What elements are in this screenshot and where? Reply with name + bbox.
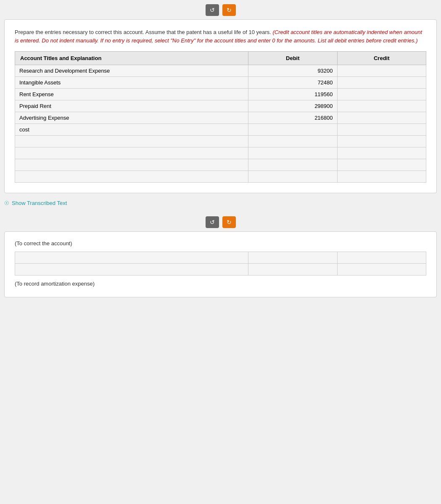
amort-row [15,252,426,264]
col-header-account: Account Titles and Explanation [15,52,248,65]
debit-cell [248,147,337,159]
credit-cell [337,171,426,183]
table-row [15,159,426,171]
account-cell [15,100,248,112]
credit-input[interactable] [340,161,423,169]
amort-credit-input[interactable] [340,265,423,273]
account-input[interactable] [18,173,246,181]
amort-debit-input[interactable] [251,265,334,273]
debit-cell [248,65,337,77]
account-input[interactable] [18,137,246,145]
col-header-debit: Debit [248,52,337,65]
redo-button[interactable]: ↻ [222,4,236,16]
table-row [15,112,426,124]
credit-input[interactable] [340,90,423,98]
account-input[interactable] [18,67,246,75]
account-cell [15,171,248,183]
table-row [15,77,426,89]
debit-cell [248,136,337,147]
show-transcribed-link[interactable]: ☉ Show Transcribed Text [4,200,437,206]
debit-cell [248,112,337,124]
credit-cell [337,147,426,159]
credit-cell [337,112,426,124]
amort-account-input[interactable] [18,254,246,262]
table-row [15,65,426,77]
col-header-credit: Credit [337,52,426,65]
amort-account-cell [15,264,248,276]
amort-account-cell [15,252,248,264]
credit-input[interactable] [340,126,423,134]
table-row [15,147,426,159]
amort-credit-cell [337,264,426,276]
top-toolbar: ↺ ↻ [4,4,437,16]
account-cell [15,147,248,159]
debit-input[interactable] [251,149,334,157]
credit-input[interactable] [340,149,423,157]
debit-input[interactable] [251,173,334,181]
instructions-normal: Prepare the entries necessary to correct… [15,29,273,35]
credit-input[interactable] [340,102,423,110]
account-cell [15,89,248,100]
show-transcribed-label: Show Transcribed Text [12,200,67,206]
credit-input[interactable] [340,67,423,75]
amort-debit-cell [248,252,337,264]
undo-button-2[interactable]: ↺ [206,216,219,228]
credit-cell [337,159,426,171]
credit-input[interactable] [340,79,423,87]
middle-toolbar: ↺ ↻ [4,216,437,228]
debit-cell [248,77,337,89]
account-input[interactable] [18,79,246,87]
amort-account-input[interactable] [18,265,246,273]
table-row [15,100,426,112]
redo-button-2[interactable]: ↻ [222,216,236,228]
account-cell [15,136,248,147]
amort-debit-cell [248,264,337,276]
amort-credit-cell [337,252,426,264]
debit-input[interactable] [251,161,334,169]
credit-cell [337,124,426,136]
undo-button[interactable]: ↺ [206,4,219,16]
debit-cell [248,159,337,171]
debit-cell [248,89,337,100]
credit-cell [337,100,426,112]
account-cell [15,159,248,171]
table-row [15,136,426,147]
account-input[interactable] [18,114,246,122]
account-input[interactable] [18,161,246,169]
credit-input[interactable] [340,173,423,181]
debit-cell [248,124,337,136]
account-cell [15,124,248,136]
account-cell [15,77,248,89]
account-input[interactable] [18,149,246,157]
amort-row [15,264,426,276]
debit-input[interactable] [251,114,334,122]
instructions-text: Prepare the entries necessary to correct… [15,28,426,45]
debit-input[interactable] [251,79,334,87]
table-row [15,124,426,136]
account-input[interactable] [18,102,246,110]
credit-cell [337,136,426,147]
to-correct-label: (To correct the account) [15,240,426,247]
credit-cell [337,89,426,100]
debit-input[interactable] [251,137,334,145]
account-cell [15,65,248,77]
account-input[interactable] [18,126,246,134]
debit-input[interactable] [251,90,334,98]
credit-cell [337,65,426,77]
to-record-label: (To record amortization expense) [15,281,426,287]
credit-input[interactable] [340,137,423,145]
journal-table: Account Titles and Explanation Debit Cre… [15,51,426,183]
table-row [15,171,426,183]
debit-cell [248,100,337,112]
amort-debit-input[interactable] [251,254,334,262]
credit-input[interactable] [340,114,423,122]
table-row [15,89,426,100]
eye-icon: ☉ [4,200,9,206]
amort-credit-input[interactable] [340,254,423,262]
debit-input[interactable] [251,67,334,75]
account-cell [15,112,248,124]
journal-entry-card: Prepare the entries necessary to correct… [4,19,437,193]
debit-input[interactable] [251,126,334,134]
account-input[interactable] [18,90,246,98]
debit-input[interactable] [251,102,334,110]
